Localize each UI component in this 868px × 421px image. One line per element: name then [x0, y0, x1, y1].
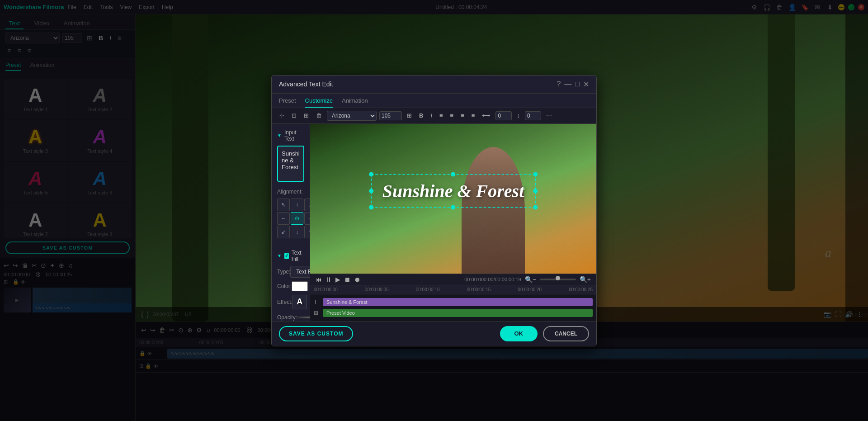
modal-tab-preset[interactable]: Preset — [279, 97, 296, 108]
type-select[interactable]: Text Fill — [290, 266, 310, 278]
text-fill-label: Text Fill — [292, 250, 304, 262]
modal-align-justify[interactable]: ≡ — [469, 111, 477, 120]
input-text-arrow[interactable]: ▼ — [277, 133, 282, 138]
modal-text-track-bar[interactable]: Sunshine & Forest — [323, 298, 593, 306]
modal-canvas-bg: Sunshine & Forest — [310, 124, 596, 274]
modal-skip-back-btn[interactable]: ⏮ — [316, 276, 322, 283]
align-ml[interactable]: ← — [277, 212, 290, 225]
effect-picker-row: A ▼ — [292, 295, 310, 309]
modal-title: Advanced Text Edit — [279, 80, 333, 88]
handle-bl[interactable] — [369, 205, 373, 210]
modal-time-info: 00:00:000:00/00:00:00:19 — [464, 277, 521, 282]
modal-cols-icon[interactable]: ⊞ — [405, 111, 414, 120]
modal-zoom-slider[interactable] — [540, 279, 576, 280]
align-br[interactable]: ↘ — [304, 226, 310, 238]
opacity-field-row: Opacity: % — [277, 313, 304, 321]
modal-preview-area: Sunshine & Forest ⏮ ⏸ ▶ ⏹ ⏺ 00:00:000:00… — [310, 124, 596, 321]
modal-toolbar: ⊹ ⊡ ⊞ 🗑 Arizona ⊞ B I ≡ ≡ ≡ ≡ ⟷ ↕ ⋯ — [272, 108, 596, 124]
modal-line-height-icon[interactable]: ↕ — [514, 111, 522, 120]
modal-play-btn[interactable]: ▶ — [335, 276, 340, 283]
input-text-label: Input Text — [284, 129, 304, 142]
modal-cancel-button[interactable]: CANCEL — [543, 326, 589, 341]
modal-help-icon[interactable]: ? — [557, 80, 561, 88]
align-tl[interactable]: ↖ — [277, 199, 290, 211]
modal-minimize-icon[interactable]: — — [564, 80, 571, 88]
modal-delete-icon[interactable]: 🗑 — [314, 111, 324, 120]
effect-preview[interactable]: A — [292, 295, 307, 309]
modal-video-track-icon: ⊞ — [314, 310, 321, 316]
modal-tabs: Preset Customize Animation — [272, 94, 596, 108]
modal-frame-icon[interactable]: ⊡ — [289, 111, 299, 120]
modal-stop-btn[interactable]: ⏹ — [344, 276, 350, 283]
opacity-slider[interactable] — [297, 317, 310, 318]
modal-footer: SAVE AS CUSTOM OK CANCEL — [272, 321, 596, 346]
opacity-label: Opacity: — [277, 314, 297, 321]
modal-zoom-out-btn[interactable]: 🔍− — [525, 276, 536, 283]
text-fill-arrow[interactable]: ▼ — [277, 253, 282, 258]
modal-line-height-value[interactable] — [525, 111, 541, 120]
input-text-area[interactable] — [277, 146, 304, 182]
align-tc[interactable]: ↑ — [291, 199, 303, 211]
modal-align-center[interactable]: ≡ — [448, 111, 456, 120]
modal-header: Advanced Text Edit ? — □ ✕ — [272, 76, 596, 94]
modal-ruler-0: 00:00:00:00 — [314, 287, 338, 292]
modal-italic-button[interactable]: I — [428, 111, 434, 120]
modal-record-btn[interactable]: ⏺ — [354, 276, 360, 283]
modal-close-icon[interactable]: ✕ — [583, 80, 589, 89]
modal-text-track-icon: T — [314, 299, 321, 305]
handle-ml[interactable] — [369, 189, 373, 193]
modal-ruler-10: 00:00:00:10 — [416, 287, 440, 292]
alignment-section: Alignment: ↖ ↑ ↗ ← ⊙ → ↙ ↓ ↘ — [277, 189, 304, 238]
alignment-grid: ↖ ↑ ↗ ← ⊙ → ↙ ↓ ↘ — [277, 199, 304, 238]
modal-text-track: T Sunshine & Forest — [314, 297, 593, 307]
handle-tc[interactable] — [451, 172, 456, 177]
modal-tab-animation[interactable]: Animation — [342, 97, 368, 108]
modal-video-track: ⊞ Preset Video — [314, 308, 593, 318]
modal-save-custom-button[interactable]: SAVE AS CUSTOM — [279, 326, 353, 341]
color-field-row: Color: ▼ — [277, 281, 304, 291]
align-tr[interactable]: ↗ — [304, 199, 310, 211]
align-bl[interactable]: ↙ — [277, 226, 290, 238]
modal-transform-icon[interactable]: ⊹ — [277, 111, 287, 120]
modal-more-icon[interactable]: ⋯ — [544, 111, 554, 120]
align-mc[interactable]: ⊙ — [291, 212, 303, 225]
modal-bold-button[interactable]: B — [417, 111, 425, 120]
handle-mr[interactable] — [533, 189, 538, 193]
effect-label: Effect: — [277, 299, 292, 305]
modal-align-left[interactable]: ≡ — [437, 111, 445, 120]
modal-pause-btn[interactable]: ⏸ — [326, 276, 332, 283]
modal-timeline-ruler: 00:00:00:00 00:00:00:05 00:00:00:10 00:0… — [310, 285, 596, 294]
preview-text-content: Sunshine & Forest — [382, 180, 524, 202]
modal-font-size[interactable] — [379, 111, 402, 120]
color-swatch[interactable] — [292, 281, 308, 291]
advanced-text-edit-modal: Advanced Text Edit ? — □ ✕ Preset Custom… — [271, 75, 597, 346]
modal-footer-actions: OK CANCEL — [500, 326, 590, 341]
type-label: Type: — [277, 269, 290, 275]
handle-tl[interactable] — [369, 172, 373, 177]
type-field-row: Type: Text Fill — [277, 266, 304, 278]
modal-text-box-icon[interactable]: ⊞ — [302, 111, 311, 120]
modal-maximize-icon[interactable]: □ — [575, 80, 580, 88]
modal-ok-button[interactable]: OK — [500, 326, 538, 341]
modal-controls-bar: ⏮ ⏸ ▶ ⏹ ⏺ 00:00:000:00/00:00:00:19 🔍− 🔍+ — [310, 274, 596, 285]
text-fill-checkbox[interactable] — [284, 253, 289, 259]
modal-properties-panel: ▼ Input Text Alignment: ↖ ↑ ↗ ← ⊙ → ↙ — [272, 124, 310, 321]
text-selection-box[interactable]: Sunshine & Forest — [371, 174, 536, 208]
modal-overlay: Advanced Text Edit ? — □ ✕ Preset Custom… — [0, 0, 868, 421]
zoom-thumb[interactable] — [556, 276, 560, 280]
input-text-section-header: ▼ Input Text — [277, 129, 304, 142]
align-bc[interactable]: ↓ — [291, 226, 303, 238]
modal-timeline: 00:00:00:00 00:00:00:05 00:00:00:10 00:0… — [310, 285, 596, 321]
opacity-control-row: % — [297, 313, 310, 321]
modal-font-select[interactable]: Arizona — [327, 111, 377, 121]
modal-tab-customize[interactable]: Customize — [305, 97, 333, 108]
modal-video-track-bar[interactable]: Preset Video — [323, 309, 593, 317]
color-picker-row: ▼ — [292, 281, 310, 291]
modal-zoom-in-btn[interactable]: 🔍+ — [580, 276, 591, 283]
modal-align-right[interactable]: ≡ — [458, 111, 467, 120]
align-mr[interactable]: → — [304, 212, 310, 225]
modal-letter-spacing[interactable] — [495, 111, 512, 120]
modal-timeline-tracks: T Sunshine & Forest ⊞ Preset Video — [310, 294, 596, 321]
modal-text-dir-icon[interactable]: ⟷ — [480, 111, 493, 120]
handle-bc[interactable] — [451, 205, 456, 210]
